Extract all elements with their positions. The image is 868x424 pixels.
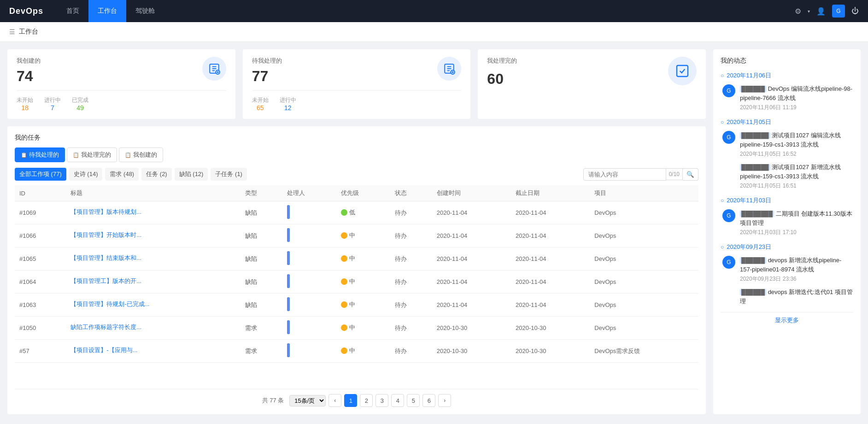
show-more-button[interactable]: 显示更多 xyxy=(721,312,853,328)
activity-item-3-1: G ████████ 二期项目 创建版本11.30版本 项目管理 2020年11… xyxy=(721,209,853,236)
stat-created-sub-done: 已完成 49 xyxy=(72,96,88,112)
activity-time-2-1: 2020年11月05日 16:52 xyxy=(740,150,853,158)
cell-title[interactable]: 【项目管理】开始版本时... xyxy=(66,224,240,247)
cell-created: 2020-10-30 xyxy=(432,317,511,340)
activity-text-1-1: ██████ DevOps 编辑流水线pipeline-98-pipeline-… xyxy=(740,84,853,102)
cell-created: 2020-11-04 xyxy=(432,294,511,317)
cell-status: 待办 xyxy=(390,201,432,224)
pagination-total: 共 77 条 xyxy=(262,396,284,405)
page-3[interactable]: 3 xyxy=(375,394,388,407)
activity-text-2-1: ███████ 测试项目1027 编辑流水线pipeline-159-cs1-3… xyxy=(740,131,853,149)
activity-item-4-2: ██████ devops 新增迭代:迭代01 项目管理 xyxy=(721,288,853,306)
stat-pending-icon xyxy=(437,57,461,81)
cell-type: 缺陷 xyxy=(240,247,282,271)
cell-priority: 中 xyxy=(336,317,390,340)
filter-row: 全部工作项 (77) 史诗 (14) 需求 (48) 任务 (2) 缺陷 (12… xyxy=(15,168,698,181)
settings-arrow: ▾ xyxy=(808,9,810,14)
stat-cards-row: 我创建的 74 未开始 18 进行中 7 xyxy=(7,49,706,119)
cell-id: #1064 xyxy=(15,271,66,294)
table-row: #57 【项目设置】-【应用与... 需求 中 待办 2020-10-30 20… xyxy=(15,340,698,363)
tab-completed[interactable]: 📋 我处理完的 xyxy=(67,147,117,162)
tab-completed-label: 我处理完的 xyxy=(81,151,111,159)
cell-project: DevOps xyxy=(590,271,698,294)
search-input[interactable] xyxy=(583,168,666,181)
cell-deadline: 2020-11-04 xyxy=(511,201,590,224)
brand-logo: DevOps xyxy=(9,6,43,16)
search-button[interactable]: 🔍 xyxy=(683,168,698,181)
col-priority: 优先级 xyxy=(336,185,390,201)
cell-created: 2020-10-30 xyxy=(432,340,511,363)
tab-created[interactable]: 📋 我创建的 xyxy=(119,147,163,162)
nav-link-dashboard[interactable]: 驾驶舱 xyxy=(126,0,164,22)
avatar-placeholder-4 xyxy=(722,288,735,300)
user-avatar[interactable]: G xyxy=(832,5,845,18)
page-size-select[interactable]: 15条/页 20条/页 50条/页 xyxy=(289,395,326,406)
task-table-wrapper: ID 标题 类型 处理人 优先级 状态 创建时间 截止日期 项目 #10 xyxy=(15,185,698,386)
right-panel: 我的动态 ○ 2020年11月06日 G ██████ DevOps 编辑流水线… xyxy=(713,49,861,414)
table-row: #1050 缺陷工作项标题字符长度... 需求 中 待办 2020-10-30 … xyxy=(15,317,698,340)
cell-project: DevOps xyxy=(590,201,698,224)
cell-title[interactable]: 【项目管理】待规划-已完成... xyxy=(66,294,240,317)
stat-card-pending: 待我处理的 77 未开始 65 进行中 12 xyxy=(243,49,471,119)
activity-group-2: ○ 2020年11月05日 G ███████ 测试项目1027 编辑流水线pi… xyxy=(721,118,853,190)
filter-task[interactable]: 任务 (2) xyxy=(141,168,172,181)
cell-created: 2020-11-04 xyxy=(432,224,511,247)
user-icon[interactable]: 👤 xyxy=(816,7,826,16)
filter-requirement[interactable]: 需求 (48) xyxy=(105,168,139,181)
avatar-g4: G xyxy=(722,256,735,269)
cell-title[interactable]: 【项目设置】-【应用与... xyxy=(66,340,240,363)
page-4[interactable]: 4 xyxy=(391,394,404,407)
cell-id: #1063 xyxy=(15,294,66,317)
tab-pending[interactable]: 📋 待我处理的 xyxy=(15,147,65,162)
nav-link-workbench[interactable]: 工作台 xyxy=(88,0,126,22)
page-next[interactable]: › xyxy=(438,394,451,407)
cell-project: DevOps需求反馈 xyxy=(590,340,698,363)
cell-status: 待办 xyxy=(390,340,432,363)
table-row: #1064 【项目管理工】版本的开... 缺陷 中 待办 2020-11-04 … xyxy=(15,271,698,294)
filter-subtask[interactable]: 子任务 (1) xyxy=(211,168,247,181)
col-deadline: 截止日期 xyxy=(511,185,590,201)
pagination: 共 77 条 15条/页 20条/页 50条/页 ‹ 1 2 3 4 5 6 › xyxy=(15,389,698,407)
col-status: 状态 xyxy=(390,185,432,201)
stat-completed-value: 60 xyxy=(487,71,517,88)
cell-type: 需求 xyxy=(240,340,282,363)
avatar-g2: G xyxy=(722,131,735,144)
tab-pending-label: 待我处理的 xyxy=(29,151,59,159)
cell-title[interactable]: 【项目管理工】版本的开... xyxy=(66,271,240,294)
date-circle-icon: ○ xyxy=(721,72,724,79)
avatar-g3: G xyxy=(722,209,735,222)
cell-title[interactable]: 【项目管理】版本待规划... xyxy=(66,201,240,224)
page-5[interactable]: 5 xyxy=(407,394,420,407)
col-type: 类型 xyxy=(240,185,282,201)
stat-card-completed: 我处理完的 60 xyxy=(478,49,706,119)
nav-link-home[interactable]: 首页 xyxy=(57,0,88,22)
filter-all[interactable]: 全部工作项 (77) xyxy=(15,168,66,181)
cell-title[interactable]: 缺陷工作项标题字符长度... xyxy=(66,317,240,340)
stat-created-sub-notstarted: 未开始 18 xyxy=(17,96,33,112)
activity-time-4-1: 2020年09月23日 23:36 xyxy=(740,275,853,283)
cell-status: 待办 xyxy=(390,317,432,340)
cell-id: #1066 xyxy=(15,224,66,247)
filter-bug[interactable]: 缺陷 (12) xyxy=(175,168,208,181)
page-2[interactable]: 2 xyxy=(360,394,373,407)
cell-assignee xyxy=(282,224,336,247)
cell-assignee xyxy=(282,271,336,294)
stat-card-created: 我创建的 74 未开始 18 进行中 7 xyxy=(7,49,235,119)
cell-type: 缺陷 xyxy=(240,294,282,317)
stat-pending-sub-notstarted: 未开始 65 xyxy=(252,96,269,112)
page-prev[interactable]: ‹ xyxy=(328,394,341,407)
page-1[interactable]: 1 xyxy=(344,394,357,407)
settings-icon[interactable]: ⚙ xyxy=(795,7,801,16)
page-6[interactable]: 6 xyxy=(422,394,435,407)
power-icon[interactable]: ⏻ xyxy=(851,7,859,15)
avatar-g1: G xyxy=(722,84,735,97)
filter-epic[interactable]: 史诗 (14) xyxy=(69,168,103,181)
cell-id: #57 xyxy=(15,340,66,363)
avatar-placeholder-2 xyxy=(722,163,735,176)
table-row: #1069 【项目管理】版本待规划... 缺陷 低 待办 2020-11-04 … xyxy=(15,201,698,224)
stat-created-icon xyxy=(202,57,226,81)
page-header: ☰ 工作台 xyxy=(0,22,868,42)
task-tabs: 📋 待我处理的 📋 我处理完的 📋 我创建的 xyxy=(15,147,698,162)
cell-title[interactable]: 【项目管理】结束版本和... xyxy=(66,247,240,271)
nav-links: 首页 工作台 驾驶舱 xyxy=(57,0,164,22)
